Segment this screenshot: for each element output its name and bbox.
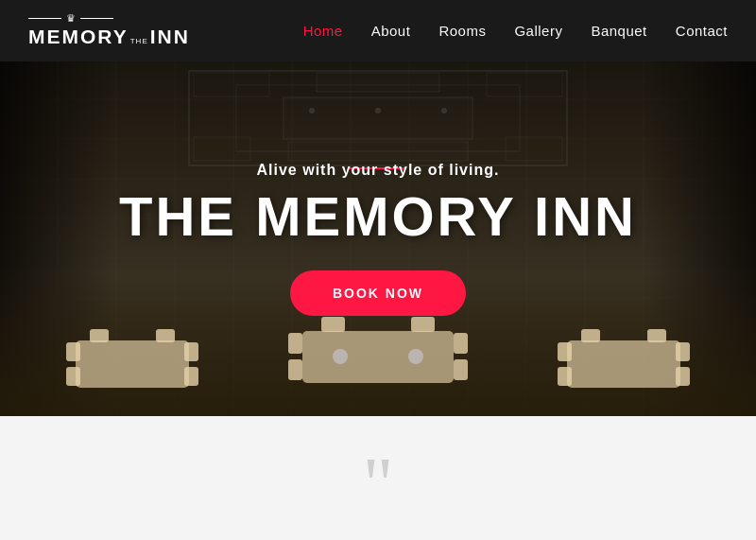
svg-rect-31 xyxy=(558,367,572,386)
svg-rect-32 xyxy=(676,342,690,361)
nav-about[interactable]: About xyxy=(371,23,411,39)
svg-rect-23 xyxy=(454,333,468,354)
svg-point-27 xyxy=(333,349,348,364)
book-now-button[interactable]: BOOK NOW xyxy=(290,270,466,316)
svg-rect-21 xyxy=(288,333,302,354)
quote-section: " “Situated in Bhiwani. Memory Inn Hotel… xyxy=(0,416,756,540)
svg-rect-15 xyxy=(66,367,80,386)
nav-home[interactable]: Home xyxy=(303,23,343,39)
navbar: ♛ MEMORY THE INN Home About Rooms Galler… xyxy=(0,0,756,61)
svg-rect-26 xyxy=(411,317,435,332)
svg-rect-34 xyxy=(581,329,600,342)
svg-rect-30 xyxy=(558,342,572,361)
nav-contact[interactable]: Contact xyxy=(676,23,728,39)
svg-rect-14 xyxy=(66,342,80,361)
svg-rect-16 xyxy=(184,342,198,361)
svg-rect-33 xyxy=(676,367,690,386)
quote-mark: " xyxy=(363,454,394,514)
svg-rect-17 xyxy=(184,367,198,386)
logo[interactable]: ♛ MEMORY THE INN xyxy=(28,13,190,48)
svg-rect-20 xyxy=(302,331,454,383)
svg-rect-35 xyxy=(647,329,666,342)
hero-section: Alive with your style of living. THE MEM… xyxy=(0,61,756,416)
svg-rect-24 xyxy=(454,359,468,380)
hero-content: Alive with your style of living. THE MEM… xyxy=(119,162,637,317)
hero-title: THE MEMORY INN xyxy=(119,186,637,247)
nav-banquet[interactable]: Banquet xyxy=(591,23,646,39)
svg-point-28 xyxy=(408,349,423,364)
svg-rect-25 xyxy=(321,317,345,332)
svg-rect-19 xyxy=(156,329,175,342)
nav-rooms[interactable]: Rooms xyxy=(438,23,486,39)
svg-rect-22 xyxy=(288,359,302,380)
svg-rect-13 xyxy=(76,340,189,388)
main-nav: Home About Rooms Gallery Banquet Contact xyxy=(303,23,728,39)
svg-rect-18 xyxy=(90,329,109,342)
hero-subtitle: Alive with your style of living. xyxy=(257,162,500,179)
svg-rect-29 xyxy=(567,340,680,388)
nav-gallery[interactable]: Gallery xyxy=(514,23,562,39)
